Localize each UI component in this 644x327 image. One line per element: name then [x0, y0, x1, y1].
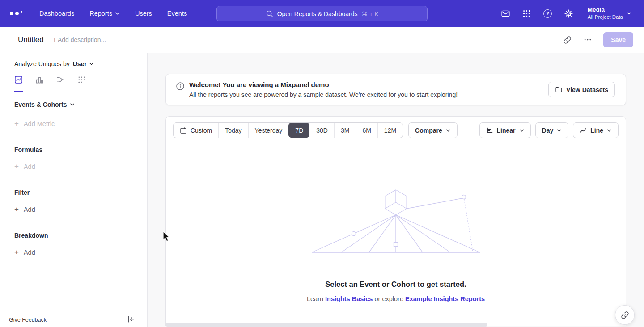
save-button[interactable]: Save: [603, 32, 633, 47]
example-insights-reports-link[interactable]: Example Insights Reports: [405, 295, 485, 302]
plus-icon: +: [14, 248, 19, 256]
breakdown-heading: Breakdown: [14, 232, 147, 239]
range-3m[interactable]: 3M: [334, 123, 356, 138]
date-range-control: Custom Today Yesterday 7D 30D 3M 6M 12M: [173, 122, 403, 138]
logo-dot: [10, 12, 13, 15]
logo-dot: [15, 12, 19, 15]
range-12m[interactable]: 12M: [377, 123, 402, 138]
formulas-heading: Formulas: [14, 146, 147, 153]
analyze-by-value: User: [73, 60, 87, 67]
tab-retention[interactable]: [77, 75, 86, 92]
more-options-icon[interactable]: [583, 35, 593, 45]
range-custom[interactable]: Custom: [174, 123, 218, 138]
add-filter-button[interactable]: + Add: [14, 205, 147, 213]
nav-reports[interactable]: Reports: [89, 10, 120, 17]
empty-state: Select an Event or Cohort to get started…: [166, 144, 626, 302]
report-card: Custom Today Yesterday 7D 30D 3M 6M 12M …: [165, 116, 626, 326]
nav-users[interactable]: Users: [135, 10, 152, 17]
add-formula-label: Add: [24, 163, 35, 170]
welcome-banner: Welcome! You are viewing a Mixpanel demo…: [165, 74, 626, 105]
add-metric-label: Add Metric: [24, 120, 55, 127]
nav-reports-label: Reports: [89, 10, 112, 17]
plus-icon: +: [14, 120, 19, 127]
horizontal-scrollbar[interactable]: [165, 323, 487, 327]
collapse-sidebar-icon[interactable]: [127, 315, 136, 324]
or-explore-text: or explore: [373, 295, 405, 302]
share-link-fab[interactable]: [615, 305, 635, 325]
report-toolbar: Custom Today Yesterday 7D 30D 3M 6M 12M …: [166, 117, 626, 144]
analyze-by-dropdown[interactable]: User: [73, 60, 94, 67]
events-cohorts-header[interactable]: Events & Cohorts: [14, 101, 147, 108]
chevron-down-icon: [70, 103, 75, 106]
view-datasets-button[interactable]: View Datasets: [548, 82, 615, 97]
insights-basics-link[interactable]: Insights Basics: [325, 295, 373, 302]
tab-line-chart[interactable]: [14, 75, 23, 92]
messages-icon[interactable]: [501, 8, 511, 18]
linear-label: Linear: [497, 127, 516, 134]
retention-grid-icon: [77, 75, 86, 84]
line-chart-icon: [14, 75, 23, 84]
granularity-day-button[interactable]: Day: [535, 122, 569, 138]
chevron-down-icon: [557, 129, 562, 132]
learn-prefix: Learn: [307, 295, 325, 302]
give-feedback-link[interactable]: Give Feedback: [9, 317, 47, 323]
nav-dashboards[interactable]: Dashboards: [39, 10, 74, 17]
folder-icon: [555, 86, 563, 93]
chevron-down-icon: [89, 62, 94, 66]
tab-flows[interactable]: [56, 75, 65, 92]
add-description-field[interactable]: + Add description...: [53, 36, 106, 43]
nav-events[interactable]: Events: [167, 10, 187, 17]
help-icon[interactable]: ?: [543, 8, 553, 18]
empty-state-illustration: [311, 189, 481, 257]
add-filter-label: Add: [24, 206, 35, 213]
add-formula-button[interactable]: + Add: [14, 163, 147, 170]
tab-bar-chart[interactable]: [35, 75, 44, 92]
apps-grid-icon[interactable]: [522, 8, 532, 18]
chevron-down-icon: [607, 129, 612, 132]
linear-scale-button[interactable]: Linear: [479, 122, 531, 138]
range-6m[interactable]: 6M: [356, 123, 377, 138]
chevron-down-icon: [115, 12, 120, 15]
logo-dot: [21, 11, 22, 13]
visualization-tabs: [0, 67, 147, 92]
range-30d[interactable]: 30D: [309, 123, 334, 138]
compare-button[interactable]: Compare: [408, 122, 458, 138]
events-cohorts-label: Events & Cohorts: [14, 101, 67, 108]
project-data-scope: All Project Data: [588, 14, 623, 20]
report-header: Untitled + Add description... Save: [0, 27, 644, 53]
help-glyph: ?: [546, 11, 549, 16]
empty-state-subtitle: Learn Insights Basics or explore Example…: [166, 295, 626, 302]
global-search[interactable]: Open Reports & Dashboards ⌘ + K: [216, 6, 428, 21]
line-label: Line: [590, 127, 603, 134]
report-title[interactable]: Untitled: [18, 35, 44, 44]
copy-link-icon[interactable]: [562, 35, 572, 45]
add-breakdown-button[interactable]: + Add: [14, 248, 147, 256]
analyze-uniques-label: Analyze Uniques by: [14, 60, 70, 67]
search-icon: [266, 10, 273, 17]
info-icon: [176, 82, 185, 92]
mixpanel-logo[interactable]: [10, 11, 22, 16]
plus-icon: +: [14, 205, 19, 213]
range-yesterday[interactable]: Yesterday: [248, 123, 289, 138]
range-custom-label: Custom: [191, 127, 212, 134]
add-metric-button[interactable]: + Add Metric: [14, 120, 147, 127]
chevron-down-icon: [446, 129, 451, 132]
day-label: Day: [542, 127, 554, 134]
range-7d[interactable]: 7D: [288, 123, 309, 138]
trend-line-icon: [580, 127, 587, 134]
app-window: Dashboards Reports Users Events Open Rep…: [0, 0, 644, 327]
search-shortcut: ⌘ + K: [361, 10, 378, 17]
range-today[interactable]: Today: [218, 123, 248, 138]
search-placeholder: Open Reports & Dashboards: [277, 10, 358, 17]
calendar-icon: [180, 127, 187, 134]
view-datasets-label: View Datasets: [566, 86, 608, 93]
bar-chart-icon: [35, 75, 44, 84]
settings-gear-icon[interactable]: [564, 8, 574, 18]
banner-body: All the reports you see are powered by a…: [189, 91, 458, 98]
linear-axis-icon: [486, 127, 493, 134]
primary-nav: Dashboards Reports Users Events: [39, 10, 187, 17]
flows-icon: [56, 75, 65, 84]
chart-type-button[interactable]: Line: [573, 122, 619, 138]
project-switcher[interactable]: Media All Project Data: [588, 6, 631, 20]
link-icon: [621, 311, 629, 319]
